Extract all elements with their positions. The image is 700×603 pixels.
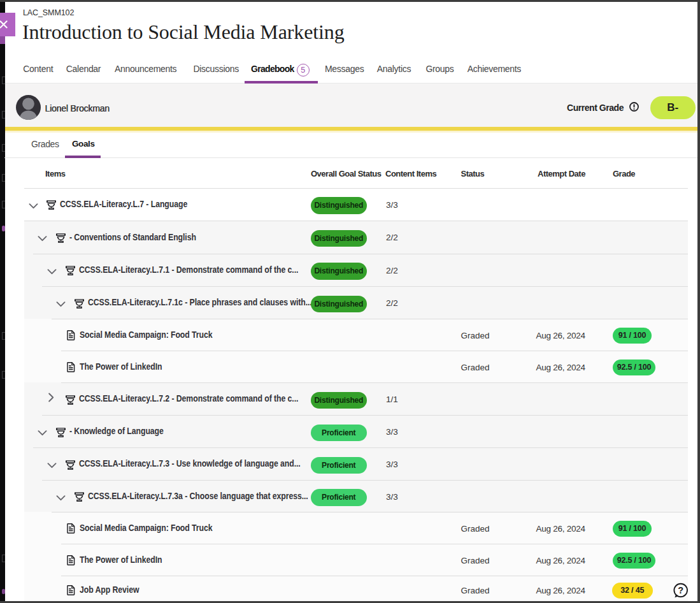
svg-text:?: ? — [678, 585, 683, 595]
